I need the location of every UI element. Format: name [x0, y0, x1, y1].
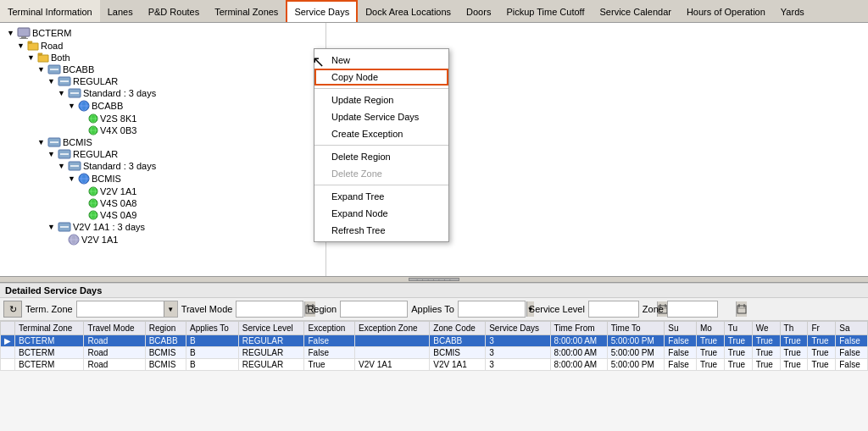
travel-mode-combo[interactable] [236, 301, 303, 318]
tree-node-v2v1a1-3days[interactable]: ▼ V2V 1A1 : 3 days [3, 221, 322, 233]
ctx-create-exception[interactable]: Create Exception [314, 125, 448, 142]
globe-icon-bcabb [78, 100, 90, 112]
splitter[interactable]: · · · · · · · [0, 276, 868, 283]
tree-node-bcmis-globe[interactable]: ▼ BCMIS [3, 172, 322, 185]
tab-lanes[interactable]: Lanes [100, 0, 141, 22]
col-service-level[interactable]: Service Level [238, 322, 304, 335]
tree-node-road[interactable]: ▼ Road [3, 40, 322, 52]
cell-zone-code: BCMIS [430, 347, 486, 359]
tree-node-v2v1a1-globe[interactable]: V2V 1A1 [3, 233, 322, 246]
col-mo[interactable]: Mo [696, 322, 724, 335]
term-zone-label: Term. Zone [25, 304, 73, 314]
ctx-copy-node[interactable]: Copy Node [314, 69, 448, 86]
cell-th: True [780, 347, 808, 359]
route-icon-std1 [68, 88, 81, 98]
ctx-update-region[interactable]: Update Region [314, 91, 448, 108]
ctx-new[interactable]: New [314, 52, 448, 69]
refresh-icon: ↻ [9, 304, 17, 315]
cell-th: True [780, 359, 808, 371]
col-th[interactable]: Th [780, 322, 808, 335]
data-table: Terminal Zone Travel Mode Region Applies… [0, 321, 868, 371]
tree-node-regular-1[interactable]: ▼ REGULAR [3, 75, 322, 87]
ctx-refresh-tree[interactable]: Refresh Tree [314, 222, 448, 239]
col-service-days[interactable]: Service Days [486, 322, 550, 335]
tree-node-bcabb-1[interactable]: ▼ BCABB [3, 64, 322, 75]
node-label-v4x0b3: V4X 0B3 [100, 125, 136, 135]
col-applies-to[interactable]: Applies To [186, 322, 238, 335]
globe-green-icon-v4x [88, 125, 98, 135]
tab-dock-area[interactable]: Dock Area Locations [358, 0, 459, 22]
ctx-separator-1 [314, 88, 448, 89]
tree-node-bcterm[interactable]: ▼ BCTERM [3, 26, 322, 40]
ctx-expand-tree[interactable]: Expand Tree [314, 188, 448, 205]
col-terminal-zone[interactable]: Terminal Zone [15, 322, 84, 335]
term-zone-dropdown-btn[interactable]: ▼ [164, 301, 177, 317]
col-we[interactable]: We [752, 322, 780, 335]
zone-icon-btn[interactable] [736, 301, 747, 317]
col-tu[interactable]: Tu [724, 322, 752, 335]
cell-we: True [752, 347, 780, 359]
tab-yards[interactable]: Yards [773, 0, 812, 22]
ctx-update-service-days[interactable]: Update Service Days [314, 108, 448, 125]
tab-hours-op[interactable]: Hours of Operation [679, 0, 773, 22]
context-menu: New Copy Node Update Region Update Servi… [314, 48, 449, 242]
tree-node-standard-1[interactable]: ▼ Standard : 3 days [3, 87, 322, 99]
term-zone-combo[interactable]: ▼ [76, 301, 178, 318]
tree-node-bcmis-1[interactable]: ▼ BCMIS [3, 136, 322, 148]
tree-node-v2v1a1-1[interactable]: V2V 1A1 [3, 185, 322, 197]
col-exception-zone[interactable]: Exception Zone [355, 322, 430, 335]
cell-applies-to: B [186, 335, 238, 347]
tree-node-standard-2[interactable]: ▼ Standard : 3 days [3, 160, 322, 172]
col-zone-code[interactable]: Zone Code [430, 322, 486, 335]
cell-fr: True [808, 347, 836, 359]
service-level-combo[interactable] [588, 301, 639, 318]
col-time-to[interactable]: Time To [607, 322, 665, 335]
region-combo[interactable] [340, 301, 408, 318]
cell-applies-to: B [186, 359, 238, 371]
cell-exception: False [304, 347, 355, 359]
cell-time-from: 8:00:00 AM [550, 359, 607, 371]
col-region[interactable]: Region [145, 322, 186, 335]
tree-node-both[interactable]: ▼ Both [3, 52, 322, 64]
tab-terminal-zones[interactable]: Terminal Zones [207, 0, 286, 22]
computer-icon [17, 27, 31, 39]
ctx-delete-region[interactable]: Delete Region [314, 148, 448, 165]
cell-we: True [752, 359, 780, 371]
tab-pd-routes[interactable]: P&D Routes [141, 0, 208, 22]
tree-node-regular-2[interactable]: ▼ REGULAR [3, 148, 322, 160]
applies-to-combo[interactable]: ▼ [458, 301, 526, 318]
col-fr[interactable]: Fr [808, 322, 836, 335]
tab-doors[interactable]: Doors [459, 0, 498, 22]
tree-node-v4x0b3[interactable]: V4X 0B3 [3, 124, 322, 136]
tab-service-calendar[interactable]: Service Calendar [593, 0, 679, 22]
cell-region: BCABB [145, 335, 186, 347]
zone-combo[interactable] [667, 301, 718, 318]
tree-node-v4s0a8[interactable]: V4S 0A8 [3, 197, 322, 209]
zone-value [668, 308, 736, 310]
tab-pickup-cutoff[interactable]: Pickup Time Cutoff [498, 0, 592, 22]
cell-exception: True [304, 359, 355, 371]
table-row[interactable]: BCTERMRoadBCMISBREGULARFalseBCMIS38:00:0… [1, 347, 868, 359]
col-sa[interactable]: Sa [836, 322, 868, 335]
refresh-button[interactable]: ↻ [3, 301, 22, 318]
tree-node-v4s0a9[interactable]: V4S 0A9 [3, 209, 322, 221]
tab-service-days[interactable]: Service Days [286, 0, 358, 22]
col-exception[interactable]: Exception [304, 322, 355, 335]
globe-green-v4s0a9 [88, 210, 98, 220]
filter-bar: ↻ Term. Zone ▼ Travel Mode Region [0, 298, 868, 321]
table-row[interactable]: ▶BCTERMRoadBCABBBREGULARFalseBCABB38:00:… [1, 335, 868, 347]
section-title: Detailed Service Days [5, 285, 102, 296]
tree-node-bcabb-globe[interactable]: ▼ BCABB [3, 99, 322, 113]
cell-we: True [752, 335, 780, 347]
col-su[interactable]: Su [665, 322, 697, 335]
tree-node-v2s8k1[interactable]: V2S 8K1 [3, 113, 322, 124]
ctx-expand-node[interactable]: Expand Node [314, 205, 448, 222]
node-label-bcabb: BCABB [63, 64, 94, 75]
node-label-standard-2: Standard : 3 days [83, 161, 156, 171]
table-row[interactable]: BCTERMRoadBCMISBREGULARTrueV2V 1A1V2V 1A… [1, 359, 868, 371]
splitter-handle[interactable]: · · · · · · · [409, 278, 459, 281]
col-time-from[interactable]: Time From [550, 322, 607, 335]
tab-terminal-info[interactable]: Terminal Information [0, 0, 100, 22]
cell-exception: False [304, 335, 355, 347]
col-travel-mode[interactable]: Travel Mode [84, 322, 145, 335]
